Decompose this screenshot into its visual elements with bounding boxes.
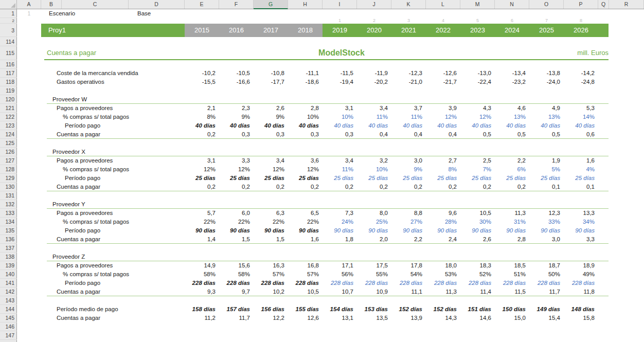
group-row-value-cell[interactable]: 12% xyxy=(254,165,284,174)
group-row-value-cell[interactable]: 0,5 xyxy=(495,130,526,139)
group-row-value-cell[interactable]: 12% xyxy=(219,165,250,174)
group-row-value-cell[interactable]: 90 días xyxy=(564,226,595,235)
row-header-121[interactable]: 121 xyxy=(0,104,17,113)
group-row-value-cell[interactable]: 228 días xyxy=(185,279,216,287)
group-row-value-cell[interactable]: 90 días xyxy=(426,226,457,235)
row-header-117[interactable]: 117 xyxy=(0,69,17,78)
input-row-value-cell[interactable]: -15,5 xyxy=(185,78,216,86)
year-header-2026[interactable]: 2026 xyxy=(564,24,598,37)
column-header-C[interactable]: C xyxy=(62,0,129,9)
group-row-value-cell[interactable]: 90 días xyxy=(529,226,560,235)
group-row-value-cell[interactable]: 8% xyxy=(185,113,216,121)
group-row-value-cell[interactable]: 40 días xyxy=(564,121,595,130)
summary-row-value-cell[interactable]: 151 días xyxy=(460,305,491,314)
group-row-value-cell[interactable]: 0,2 xyxy=(219,183,250,191)
group-row-value-cell[interactable]: 9% xyxy=(391,165,422,174)
row-header-116[interactable]: 116 xyxy=(0,60,17,69)
year-header-2025[interactable]: 2025 xyxy=(529,24,564,37)
group-row-value-cell[interactable]: 3,1 xyxy=(185,156,216,165)
group-row-value-cell[interactable]: 3,0 xyxy=(391,156,422,165)
group-row-value-cell[interactable]: 13,3 xyxy=(564,209,595,218)
summary-row-value-cell[interactable]: 156 días xyxy=(254,305,284,314)
column-header-F[interactable]: F xyxy=(219,0,254,9)
year-header-2018[interactable]: 2018 xyxy=(288,24,323,37)
summary-row-value-cell[interactable]: 150 días xyxy=(495,305,526,314)
group-row-value-cell[interactable]: 0,4 xyxy=(357,130,388,139)
group-row-value-cell[interactable]: 17,5 xyxy=(357,261,388,270)
group-row-value-cell[interactable]: 9,6 xyxy=(426,209,457,218)
column-header-M[interactable]: M xyxy=(460,0,495,9)
group-row-value-cell[interactable]: 25 días xyxy=(460,174,491,183)
scenario-label-cell[interactable]: Escenario xyxy=(49,9,75,18)
group-row-value-cell[interactable]: 25 días xyxy=(391,174,422,183)
group-row-value-cell[interactable]: 28% xyxy=(426,218,457,226)
column-header-L[interactable]: L xyxy=(426,0,460,9)
group-row-value-cell[interactable]: 4,9 xyxy=(529,104,560,113)
group-row-value-cell[interactable]: 25 días xyxy=(495,174,526,183)
group-row-value-cell[interactable]: 54% xyxy=(391,270,422,279)
group-row-value-cell[interactable]: 25 días xyxy=(564,174,595,183)
group-row-value-cell[interactable]: 40 días xyxy=(254,121,284,130)
year-header-2016[interactable]: 2016 xyxy=(219,24,254,37)
row-header-135[interactable]: 135 xyxy=(0,226,17,235)
input-row-value-cell[interactable]: -10,8 xyxy=(254,69,284,78)
input-row-value-cell[interactable]: -11,9 xyxy=(357,69,388,78)
group-row-label[interactable]: Período pago xyxy=(65,279,100,287)
group-row-value-cell[interactable]: 3,7 xyxy=(391,104,422,113)
group-row-value-cell[interactable]: 25 días xyxy=(323,174,353,183)
row-header-133[interactable]: 133 xyxy=(0,209,17,218)
row-header-1[interactable]: 1 xyxy=(0,9,17,18)
group-row-value-cell[interactable]: 31% xyxy=(495,218,526,226)
group-row-value-cell[interactable]: 228 días xyxy=(254,279,284,287)
row-header-140[interactable]: 140 xyxy=(0,270,17,279)
group-row-value-cell[interactable]: 58% xyxy=(219,270,250,279)
group-title[interactable]: Proveedor Z xyxy=(52,253,85,261)
group-row-value-cell[interactable]: 0,1 xyxy=(529,183,560,191)
group-row-value-cell[interactable]: 57% xyxy=(254,270,284,279)
summary-row-value-cell[interactable]: 153 días xyxy=(357,305,388,314)
group-row-value-cell[interactable]: 12% xyxy=(426,113,457,121)
group-row-value-cell[interactable]: 30% xyxy=(460,218,491,226)
group-row-value-cell[interactable]: 90 días xyxy=(323,226,353,235)
group-row-value-cell[interactable]: 22% xyxy=(254,218,284,226)
group-row-value-cell[interactable]: 2,3 xyxy=(219,104,250,113)
summary-row-value-cell[interactable]: 13,9 xyxy=(391,314,422,322)
group-row-value-cell[interactable]: 90 días xyxy=(460,226,491,235)
group-row-label[interactable]: Período pago xyxy=(65,174,100,183)
row-header-118[interactable]: 118 xyxy=(0,78,17,86)
group-row-value-cell[interactable]: 228 días xyxy=(460,279,491,287)
input-row-label[interactable]: Coste de la mercancía vendida xyxy=(57,69,138,78)
row-header-120[interactable]: 120 xyxy=(0,95,17,104)
group-row-label[interactable]: % compras s/ total pagos xyxy=(63,218,129,226)
group-row-value-cell[interactable]: 7,3 xyxy=(323,209,353,218)
row-header-3[interactable]: 3 xyxy=(0,24,17,37)
input-row-value-cell[interactable]: -16,6 xyxy=(219,78,250,86)
group-row-value-cell[interactable]: 0,4 xyxy=(426,130,457,139)
group-row-value-cell[interactable]: 25% xyxy=(357,218,388,226)
group-row-value-cell[interactable]: 228 días xyxy=(426,279,457,287)
group-row-value-cell[interactable]: 10% xyxy=(357,165,388,174)
group-row-value-cell[interactable]: 2,2 xyxy=(391,235,422,244)
group-row-label[interactable]: Cuentas a pagar xyxy=(57,130,100,139)
row-header-141[interactable]: 141 xyxy=(0,279,17,287)
group-row-label[interactable]: Período pago xyxy=(65,226,100,235)
row-header-132[interactable]: 132 xyxy=(0,200,17,209)
group-row-value-cell[interactable]: 2,8 xyxy=(495,235,526,244)
group-row-value-cell[interactable]: 10,5 xyxy=(288,287,319,296)
group-row-value-cell[interactable]: 27% xyxy=(391,218,422,226)
group-row-value-cell[interactable]: 10% xyxy=(288,113,319,121)
group-row-value-cell[interactable]: 0,2 xyxy=(254,183,284,191)
input-row-value-cell[interactable]: -10,5 xyxy=(219,69,250,78)
group-row-value-cell[interactable]: 11,3 xyxy=(426,287,457,296)
column-header-H[interactable]: H xyxy=(288,0,323,9)
row-header-143[interactable]: 143 xyxy=(0,296,17,305)
units-label[interactable]: mill. Euros xyxy=(514,46,609,60)
group-row-value-cell[interactable]: 58% xyxy=(185,270,216,279)
group-row-value-cell[interactable]: 3,9 xyxy=(426,104,457,113)
group-row-value-cell[interactable]: 55% xyxy=(357,270,388,279)
row-header-2[interactable]: 2 xyxy=(0,18,17,24)
group-row-value-cell[interactable]: 16,3 xyxy=(254,261,284,270)
group-row-value-cell[interactable]: 0,6 xyxy=(564,130,595,139)
group-row-value-cell[interactable]: 0,3 xyxy=(254,130,284,139)
summary-row-value-cell[interactable]: 12,6 xyxy=(288,314,319,322)
